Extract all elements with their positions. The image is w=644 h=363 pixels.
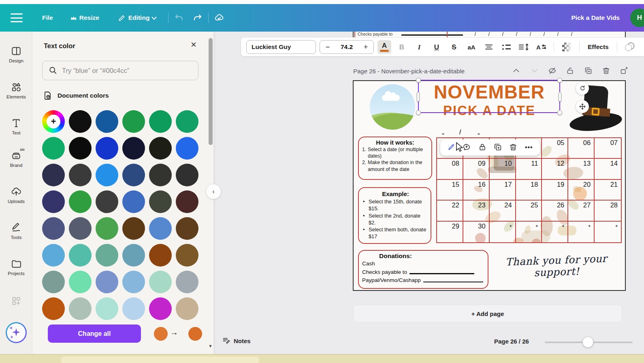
color-swatch[interactable] <box>69 110 92 133</box>
magic-edit-button[interactable] <box>445 141 457 154</box>
calendar-cell[interactable]: 12 <box>542 159 568 179</box>
calendar-cell[interactable]: * <box>568 222 595 242</box>
calendar-cell[interactable]: 25 <box>516 201 542 221</box>
color-swatch[interactable] <box>149 137 172 160</box>
calendar-cell[interactable]: 19 <box>542 180 568 201</box>
line-spacing-button[interactable] <box>517 40 531 54</box>
color-swatch[interactable] <box>96 271 118 293</box>
notes-button[interactable]: Notes <box>222 337 251 345</box>
color-swatch[interactable] <box>122 164 145 186</box>
color-swatch[interactable] <box>42 244 65 267</box>
pick-a-date-text[interactable]: PICK A DATE <box>420 103 558 118</box>
donations-box[interactable]: Donations: Cash Checks payable to Paypal… <box>358 250 488 289</box>
color-swatch[interactable] <box>149 110 172 133</box>
calendar-cell[interactable]: 06 <box>568 138 595 159</box>
hide-page-button[interactable] <box>547 66 557 76</box>
user-avatar[interactable]: H <box>630 9 644 27</box>
example-box[interactable]: Example: •Select the 15th, donate $15.•S… <box>358 187 431 244</box>
sidebar-item-text[interactable]: Text <box>0 118 32 135</box>
panel-collapse-button[interactable]: ‹ <box>206 184 221 199</box>
calendar-cell[interactable]: 27 <box>568 201 595 221</box>
november-title-text[interactable]: NOVEMBER <box>420 82 558 102</box>
calendar-cell[interactable]: 17 <box>490 180 516 201</box>
resize-button[interactable]: Resize <box>71 14 99 21</box>
calendar-cell[interactable]: 30 <box>463 222 490 242</box>
color-swatch[interactable] <box>96 190 118 213</box>
lock-button[interactable] <box>476 141 488 154</box>
comment-button[interactable] <box>461 141 473 154</box>
color-swatch[interactable] <box>69 164 92 186</box>
transparency-button[interactable] <box>560 40 574 54</box>
font-selector[interactable]: Luckiest Guy <box>246 40 316 54</box>
font-size-decrease-button[interactable]: − <box>320 43 335 51</box>
color-swatch[interactable] <box>69 217 92 240</box>
sidebar-item-design[interactable]: Design <box>0 46 32 63</box>
redo-button[interactable] <box>193 13 203 23</box>
move-page-up-button[interactable] <box>511 66 521 76</box>
thank-you-script-text[interactable]: Thank you for your support! <box>489 252 624 280</box>
color-swatch[interactable] <box>176 271 198 293</box>
color-swatch[interactable] <box>176 137 198 160</box>
text-color-button[interactable]: A <box>377 40 391 54</box>
color-swatch[interactable] <box>176 110 198 133</box>
color-swatch[interactable] <box>149 244 172 267</box>
color-swatch[interactable] <box>176 164 198 186</box>
color-swatch[interactable] <box>122 110 145 133</box>
color-swatch[interactable] <box>149 297 172 320</box>
zoom-slider-handle[interactable] <box>582 337 593 348</box>
design-page[interactable]: 0102030405060708091011121314151617181920… <box>353 80 626 291</box>
color-search-input[interactable] <box>42 61 198 80</box>
calendar-cell[interactable]: 28 <box>595 201 621 221</box>
color-swatch[interactable] <box>149 190 172 213</box>
color-swatch[interactable] <box>176 297 198 320</box>
color-swatch[interactable] <box>122 244 145 267</box>
effects-button[interactable]: Effects <box>585 43 611 51</box>
file-menu-button[interactable]: File <box>42 14 53 21</box>
move-page-down-button[interactable] <box>529 66 539 76</box>
add-page-button[interactable]: + Add page <box>353 305 622 322</box>
calendar-cell[interactable]: 23 <box>463 201 490 221</box>
close-panel-button[interactable]: × <box>188 39 199 50</box>
color-swatch[interactable] <box>122 297 145 320</box>
strikethrough-button[interactable]: S <box>447 40 461 54</box>
add-color-button[interactable]: + <box>42 110 65 133</box>
color-swatch[interactable] <box>96 244 118 267</box>
delete-button[interactable] <box>507 141 519 154</box>
lock-page-button[interactable] <box>565 66 575 76</box>
calendar-cell[interactable]: 15 <box>437 180 463 201</box>
sidebar-item-brand[interactable]: coBrand <box>0 150 32 168</box>
sidebar-item-tools[interactable]: Tools <box>0 222 32 240</box>
color-swatch[interactable] <box>42 137 65 160</box>
font-size-increase-button[interactable]: + <box>358 43 373 51</box>
calendar-cell[interactable]: 21 <box>595 180 621 201</box>
sidebar-item-apps[interactable] <box>0 296 32 306</box>
color-swatch[interactable] <box>96 217 118 240</box>
text-case-button[interactable]: aA <box>465 40 478 54</box>
delete-page-button[interactable] <box>601 66 611 76</box>
calendar-cell[interactable]: 16 <box>463 180 490 201</box>
sidebar-item-elements[interactable]: Elements <box>0 82 32 99</box>
landscape-photo[interactable] <box>370 84 415 130</box>
calendar-cell[interactable]: 20 <box>568 180 595 201</box>
calendar-cell[interactable]: 13 <box>568 159 595 179</box>
duplicate-page-button[interactable] <box>583 66 593 76</box>
color-swatch[interactable] <box>42 190 65 213</box>
sidebar-item-projects[interactable]: Projects <box>0 258 32 276</box>
color-swatch[interactable] <box>42 297 65 320</box>
design-title[interactable]: Pick a Date Vids <box>571 14 620 21</box>
calendar-cell[interactable]: 18 <box>516 180 542 201</box>
undo-button[interactable] <box>174 13 184 23</box>
text-align-button[interactable] <box>482 40 496 54</box>
color-swatch[interactable] <box>149 217 172 240</box>
add-page-icon-button[interactable] <box>619 66 629 76</box>
calendar-cell[interactable]: * <box>542 222 568 242</box>
position-button[interactable] <box>623 40 637 54</box>
calendar-cell[interactable]: 05 <box>542 138 568 159</box>
color-swatch[interactable] <box>69 297 92 320</box>
ai-assistant-button[interactable] <box>6 322 27 343</box>
editing-mode-dropdown[interactable]: Editing <box>118 14 156 22</box>
letter-spacing-button[interactable]: A <box>534 40 548 54</box>
rotate-button[interactable] <box>576 82 589 95</box>
duplicate-button[interactable] <box>492 141 504 154</box>
color-swatch[interactable] <box>42 217 65 240</box>
